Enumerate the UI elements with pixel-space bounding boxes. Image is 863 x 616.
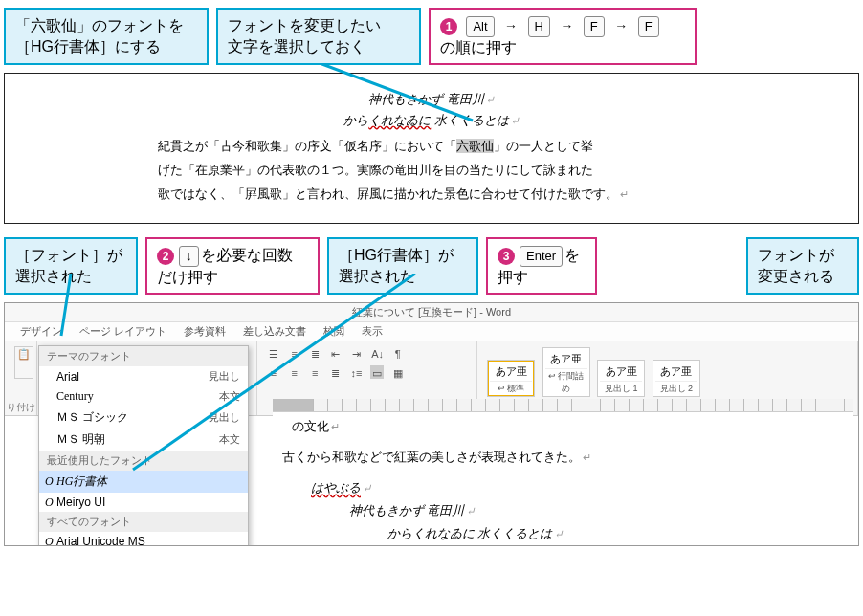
borders-icon[interactable]: ▦ [391,365,405,379]
font-option-hggyosho[interactable]: OHG行書体 [39,471,248,493]
font-dropdown[interactable]: テーマのフォント Arial見出し Century本文 ＭＳ ゴシック見出し Ｍ… [38,345,249,546]
key-alt: Alt [466,16,494,37]
paste-icon[interactable]: 📋 [14,346,33,379]
font-option-arialunicode[interactable]: OArial Unicode MS [39,532,248,546]
multilist-icon[interactable]: ≣ [308,346,321,360]
text: フォントを変更したい [228,17,381,33]
arrow-icon: → [560,18,573,33]
align-center-icon[interactable]: ≡ [288,365,301,379]
window-title: 紅葉について [互換モード] - Word [5,303,858,322]
poem-line-2: からくれなゐに 水くくるとは↵ [43,112,820,129]
return-mark-icon: ↵ [511,115,520,126]
font-option-meiryo[interactable]: OMeiryo UI [39,493,248,512]
return-mark-icon: ↵ [620,188,629,200]
tab-mailings[interactable]: 差し込み文書 [243,324,306,339]
numbering-icon[interactable]: ≡ [288,346,301,360]
outdent-icon[interactable]: ⇤ [329,346,343,360]
text: 「六歌仙」のフォントを [15,17,184,33]
tab-page-layout[interactable]: ページ レイアウト [79,324,166,339]
text: ［HG行書体］にする [15,38,161,55]
callout-select-text: フォントを変更したい 文字を選択しておく [216,8,421,65]
dropdown-section-recent: 最近使用したフォント [39,451,248,471]
align-left-icon[interactable]: ≡ [267,365,280,379]
style-h1[interactable]: あア亜見出し 1 [597,360,645,397]
dropdown-section-all: すべてのフォント [39,512,248,532]
document-area[interactable]: の文化↵ 古くから和歌などで紅葉の美しさが表現されてきた。↵ はやぶる↵ 神代も… [273,412,853,545]
style-h2[interactable]: あア亜見出し 2 [653,360,700,397]
poem-line-1: 神代もきかず 竜田川↵ [43,91,820,108]
pilcrow-icon[interactable]: ¶ [391,346,405,360]
group-label: り付け [5,401,36,414]
ruler[interactable] [273,399,853,412]
key-f2: F [638,16,659,37]
font-option-century[interactable]: Century本文 [39,386,248,407]
step-badge-3: 3 [498,248,515,265]
ribbon-tabs: デザイン ページ レイアウト 参考資料 差し込み文書 校閲 表示 [5,322,858,341]
callout-hg-selected: ［HG行書体］が 選択された [327,237,478,295]
dropdown-section-theme: テーマのフォント [39,346,248,366]
key-enter: Enter [520,246,563,267]
callout-step3-enter: 3Enterを 押す [486,237,597,295]
callout-font-selected: ［フォント］が 選択された [4,237,138,295]
arrow-icon: → [614,18,628,33]
step-badge-2: 2 [157,248,174,265]
word-window: 紅葉について [互換モード] - Word デザイン ページ レイアウト 参考資… [4,302,859,546]
text: の順に押す [440,39,517,55]
selected-text[interactable]: 六歌仙 [456,139,494,153]
font-option-msgothic[interactable]: ＭＳ ゴシック見出し [39,407,248,429]
align-right-icon[interactable]: ≡ [308,365,321,379]
style-nospace[interactable]: あア亜↩ 行間詰め [542,347,590,397]
indent-icon[interactable]: ⇥ [350,346,364,360]
style-normal[interactable]: あア亜↩ 標準 [487,360,535,397]
tab-references[interactable]: 参考資料 [184,324,226,339]
step-badge-1: 1 [440,18,457,35]
callout-step1-keys: 1 Alt → H → F → F の順に押す [429,8,697,65]
text: 文字を選択しておく [228,38,365,55]
sort-icon[interactable]: A↓ [370,346,384,360]
tab-view[interactable]: 表示 [362,324,383,339]
key-h: H [528,16,550,37]
document-preview-1: 神代もきかず 竜田川↵ からくれなゐに 水くくるとは↵ 紀貫之が「古今和歌集」の… [4,73,859,224]
shading-icon[interactable]: ▭ [370,365,384,379]
line-spacing-icon[interactable]: ↕≡ [350,365,364,379]
font-option-msmincho[interactable]: ＭＳ 明朝本文 [39,429,248,451]
tab-design[interactable]: デザイン [20,324,62,339]
callout-font-changed: フォントが 変更される [746,237,859,295]
return-mark-icon: ↵ [486,94,495,105]
font-option-arial[interactable]: Arial見出し [39,366,248,386]
callout-target-font: 「六歌仙」のフォントを ［HG行書体］にする [4,8,209,65]
bullets-icon[interactable]: ☰ [267,346,280,360]
callout-step2-down: 2↓を必要な回数 だけ押す [145,237,320,295]
arrow-icon: → [504,18,518,33]
key-down: ↓ [179,246,199,267]
justify-icon[interactable]: ≣ [329,365,343,379]
doc-body: 紀貫之が「古今和歌集」の序文「仮名序」において「六歌仙」の一人として挙 げた「在… [158,135,705,206]
tab-review[interactable]: 校閲 [323,324,344,339]
key-f: F [584,16,605,37]
